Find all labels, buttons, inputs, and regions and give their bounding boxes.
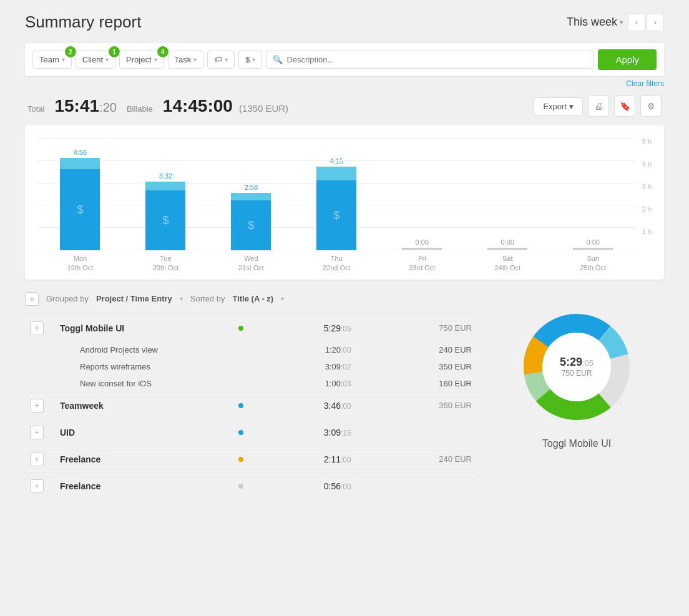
color-dot-cell [233, 419, 248, 446]
dollar-label: $ [245, 55, 250, 64]
x-label-wed: Wed21st Oct [211, 254, 291, 273]
project-time-1: 5:29:05 [248, 315, 356, 341]
grouped-by-prefix: Grouped by [46, 294, 89, 303]
project-name-cell: Teamweek [55, 392, 233, 419]
bar-label-wed: 2:58 [245, 183, 258, 191]
bar-wed-top [231, 193, 271, 200]
clear-filters-row: Clear filters [25, 79, 664, 88]
table-row: + UID 3:09:15 [25, 419, 477, 446]
color-dot-cell [233, 315, 248, 341]
bookmark-button[interactable]: 🔖 [614, 95, 635, 117]
settings-icon: ⚙ [647, 101, 655, 111]
settings-button[interactable]: ⚙ [640, 95, 662, 117]
chart-col-fri[interactable]: 0:00 [382, 138, 462, 250]
client-filter-button[interactable]: Client ▾ 1 [76, 51, 115, 69]
bar-label-mon: 4:56 [74, 149, 87, 156]
project-group-2: + Teamweek 3:46:00 360 EUR [25, 392, 477, 419]
print-icon: 🖨 [594, 101, 603, 111]
client-dropdown-icon: ▾ [105, 56, 109, 63]
team-dropdown-icon: ▾ [62, 56, 65, 63]
prev-week-button[interactable]: ‹ [628, 14, 645, 31]
project-eur-2: 360 EUR [356, 392, 477, 419]
tags-filter-button[interactable]: 🏷 ▾ [207, 51, 235, 69]
table-row: Reports wireframes 3:09:02 350 EUR [25, 358, 477, 375]
donut-chart: 5:29:05 750 EUR [514, 305, 639, 429]
chart-col-tue[interactable]: 3:32 $ [125, 138, 206, 250]
y-label-1h: 1 h [642, 228, 652, 235]
summary-right: Export ▾ 🖨 🔖 ⚙ [534, 95, 662, 117]
export-dropdown-icon: ▾ [569, 102, 574, 111]
expand-button-5[interactable]: + [30, 479, 44, 493]
bar-mon-top [60, 158, 100, 169]
clear-filters-link[interactable]: Clear filters [626, 79, 664, 88]
grouped-by-arrow[interactable]: ▾ [180, 295, 183, 302]
project-filter-button[interactable]: Project ▾ 4 [119, 51, 164, 69]
expand-button-3[interactable]: + [30, 426, 44, 439]
donut-title: Toggl Mobile UI [542, 438, 611, 449]
sorted-by-value[interactable]: Title (A - z) [232, 294, 273, 303]
bar-mon: $ [60, 158, 100, 250]
project-dot-3 [238, 430, 243, 435]
task-filter-button[interactable]: Task ▾ [168, 51, 204, 69]
entry-time-1c: 1:00:03 [248, 375, 356, 393]
donut-center-time: 5:29:05 [560, 356, 594, 369]
export-button[interactable]: Export ▾ [534, 97, 583, 115]
bar-thu: $ [316, 167, 356, 250]
total-time-main: 15:41 [54, 96, 99, 115]
summary-row: Total 15:41:20 Billable 14:45:00 (1350 E… [25, 95, 664, 117]
search-input[interactable] [286, 55, 587, 64]
group-add-button[interactable]: + [25, 292, 39, 306]
week-selector[interactable]: This week ▾ [567, 16, 623, 29]
project-time-5: 0:56:00 [248, 472, 356, 499]
donut-time-main: 5:29 [560, 356, 582, 368]
donut-center: 5:29:05 750 EUR [542, 333, 611, 401]
apply-button[interactable]: Apply [598, 49, 657, 70]
x-label-mon: Mon19th Oct [40, 254, 120, 273]
expand-button-4[interactable]: + [30, 452, 44, 466]
task-dropdown-icon: ▾ [193, 56, 197, 63]
y-label-4h: 4 h [642, 160, 652, 168]
expand-cell: + [25, 472, 55, 499]
entry-name-1c: New iconset for iOS [55, 375, 248, 393]
table-section: + Grouped by Project / Time Entry ▾ Sort… [25, 292, 477, 499]
page-container: Summary report This week ▾ ‹ › Team ▾ 2 … [0, 0, 689, 616]
project-group-5: + Freelance 0:56:00 [25, 472, 477, 499]
sorted-by-arrow[interactable]: ▾ [281, 295, 284, 302]
print-button[interactable]: 🖨 [588, 95, 609, 117]
total-time-sec: :20 [99, 100, 117, 114]
x-label-thu: Thu22nd Oct [296, 254, 377, 273]
chart-col-wed[interactable]: 2:58 $ [211, 138, 291, 250]
table-row: Android Projects view 1:20:00 240 EUR [25, 341, 477, 358]
project-name-cell: Toggl Mobile UI [55, 315, 233, 341]
x-labels: Mon19th Oct Tue20th Oct Wed21st Oct Thu2… [37, 254, 636, 273]
chart-col-sat[interactable]: 0:00 [467, 138, 548, 250]
dollar-icon-thu: $ [333, 209, 340, 222]
color-dot-cell [233, 446, 248, 472]
next-week-button[interactable]: › [647, 14, 664, 31]
expand-button-2[interactable]: + [30, 399, 44, 413]
dollar-filter-button[interactable]: $ ▾ [238, 51, 262, 69]
team-filter-button[interactable]: Team ▾ 2 [32, 51, 72, 69]
chart-col-thu[interactable]: 4:15 $ [296, 138, 377, 250]
chart-col-sun[interactable]: 0:00 [553, 138, 633, 250]
project-eur-1: 750 EUR [356, 315, 477, 341]
main-content: + Grouped by Project / Time Entry ▾ Sort… [25, 292, 664, 499]
project-time-3: 3:09:15 [248, 419, 356, 446]
color-dot-cell [233, 472, 248, 499]
table-row: + Freelance 2:11:00 240 EUR [25, 446, 477, 472]
color-dot-cell [233, 392, 248, 419]
project-dot-5 [238, 484, 243, 489]
chart-col-mon[interactable]: 4:56 $ [40, 138, 120, 250]
project-group-3: + UID 3:09:15 [25, 419, 477, 446]
grouped-by-value[interactable]: Project / Time Entry [96, 294, 172, 303]
expand-cell: + [25, 315, 55, 341]
project-group-4: + Freelance 2:11:00 240 EUR [25, 446, 477, 472]
entry-name-1a: Android Projects view [55, 341, 248, 358]
bar-thu-top [316, 167, 356, 180]
dollar-icon-mon: $ [77, 203, 83, 217]
filter-bar: Team ▾ 2 Client ▾ 1 Project ▾ 4 Task ▾ 🏷… [25, 43, 664, 76]
bookmark-icon: 🔖 [620, 101, 630, 111]
chart-inner: 4:56 $ 3:32 [37, 138, 652, 273]
expand-button-1[interactable]: + [30, 321, 44, 335]
bar-label-sun: 0:00 [586, 238, 599, 246]
